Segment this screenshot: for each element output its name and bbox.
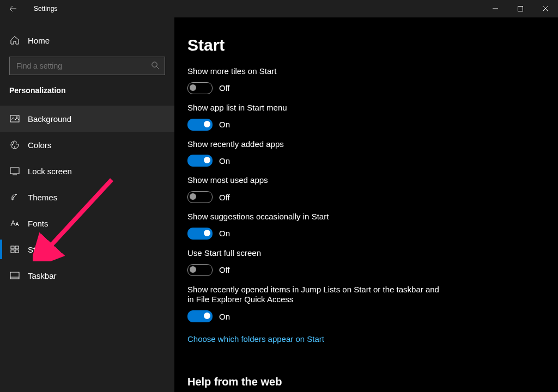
minimize-icon xyxy=(493,6,498,11)
toggle-switch[interactable] xyxy=(187,191,213,203)
toggle-group: Show recently added appsOn xyxy=(187,139,545,167)
toggle-group: Show app list in Start menuOn xyxy=(187,103,545,131)
fonts-icon xyxy=(9,218,20,229)
search-input[interactable] xyxy=(9,57,165,75)
background-icon xyxy=(9,113,20,124)
sidebar-item-themes[interactable]: Themes xyxy=(0,184,174,210)
svg-rect-11 xyxy=(15,250,19,253)
toggle-group: Show recently opened items in Jump Lists… xyxy=(187,285,545,323)
svg-rect-9 xyxy=(15,246,19,249)
toggle-label: Show suggestions occasionally in Start xyxy=(187,212,444,222)
sidebar-item-background[interactable]: Background xyxy=(0,106,174,132)
sidebar: Home Personalization Backgro xyxy=(0,17,174,392)
back-button[interactable] xyxy=(0,0,26,17)
start-icon xyxy=(9,244,20,255)
toggle-switch[interactable] xyxy=(187,228,213,240)
sidebar-item-label: Taskbar xyxy=(28,271,57,280)
sidebar-item-colors[interactable]: Colors xyxy=(0,132,174,158)
sidebar-item-start[interactable]: Start xyxy=(0,236,174,262)
sidebar-item-label: Colors xyxy=(28,140,51,150)
colors-icon xyxy=(9,139,20,150)
home-label: Home xyxy=(28,36,50,45)
toggle-state: On xyxy=(219,312,230,321)
toggle-switch[interactable] xyxy=(187,264,213,276)
svg-rect-10 xyxy=(11,250,14,253)
category-heading: Personalization xyxy=(0,84,174,106)
toggle-state: On xyxy=(219,156,230,166)
taskbar-icon xyxy=(9,270,20,281)
search-icon xyxy=(151,61,159,71)
sidebar-item-label: Themes xyxy=(28,193,57,202)
toggle-label: Show more tiles on Start xyxy=(187,66,444,77)
svg-point-3 xyxy=(16,117,17,118)
toggle-state: Off xyxy=(219,265,230,274)
toggle-state: On xyxy=(219,229,230,238)
main-content: Start Show more tiles on StartOffShow ap… xyxy=(174,17,558,392)
toggle-group: Show more tiles on StartOff xyxy=(187,66,545,94)
page-title: Start xyxy=(187,36,545,54)
svg-point-5 xyxy=(13,143,14,144)
back-arrow-icon xyxy=(9,4,17,13)
home-icon xyxy=(9,35,20,46)
close-icon xyxy=(543,6,548,11)
svg-point-6 xyxy=(14,146,15,148)
toggle-group: Use Start full screenOff xyxy=(187,248,545,276)
sidebar-item-label: Background xyxy=(28,114,71,124)
minimize-button[interactable] xyxy=(483,0,508,17)
search-field[interactable] xyxy=(15,61,151,71)
svg-point-4 xyxy=(12,144,13,145)
toggle-label: Show recently opened items in Jump Lists… xyxy=(187,285,444,305)
sidebar-item-label: Lock screen xyxy=(28,167,72,176)
toggle-switch[interactable] xyxy=(187,155,213,167)
svg-rect-8 xyxy=(11,246,14,249)
toggle-label: Show recently added apps xyxy=(187,139,444,150)
toggle-label: Use Start full screen xyxy=(187,248,444,259)
home-button[interactable]: Home xyxy=(0,28,174,52)
sidebar-item-label: Start xyxy=(28,245,45,254)
window-title: Settings xyxy=(34,5,57,13)
nav-list: Background Colors Lock screen xyxy=(0,106,174,289)
toggle-state: On xyxy=(219,120,230,129)
window-controls xyxy=(483,0,558,17)
sidebar-item-label: Fonts xyxy=(28,219,48,228)
toggle-group: Show suggestions occasionally in StartOn xyxy=(187,212,545,240)
title-bar: Settings xyxy=(0,0,558,17)
toggle-state: Off xyxy=(219,193,230,202)
themes-icon xyxy=(9,192,20,203)
maximize-icon xyxy=(518,6,523,11)
toggle-switch[interactable] xyxy=(187,310,213,322)
toggle-group: Show most used appsOff xyxy=(187,175,545,203)
sidebar-item-taskbar[interactable]: Taskbar xyxy=(0,262,174,289)
toggle-label: Show most used apps xyxy=(187,175,444,186)
sidebar-item-fonts[interactable]: Fonts xyxy=(0,210,174,236)
svg-point-1 xyxy=(152,62,157,66)
toggle-switch[interactable] xyxy=(187,119,213,131)
svg-rect-7 xyxy=(10,168,19,174)
lock-screen-icon xyxy=(9,166,20,176)
sidebar-item-lock-screen[interactable]: Lock screen xyxy=(0,158,174,184)
close-button[interactable] xyxy=(533,0,558,17)
toggle-switch[interactable] xyxy=(187,82,213,94)
choose-folders-link[interactable]: Choose which folders appear on Start xyxy=(187,334,324,344)
toggle-state: Off xyxy=(219,83,230,93)
svg-rect-12 xyxy=(10,272,19,279)
svg-rect-0 xyxy=(518,7,523,11)
toggle-label: Show app list in Start menu xyxy=(187,103,444,113)
maximize-button[interactable] xyxy=(508,0,533,17)
help-section-title: Help from the web xyxy=(187,376,545,388)
